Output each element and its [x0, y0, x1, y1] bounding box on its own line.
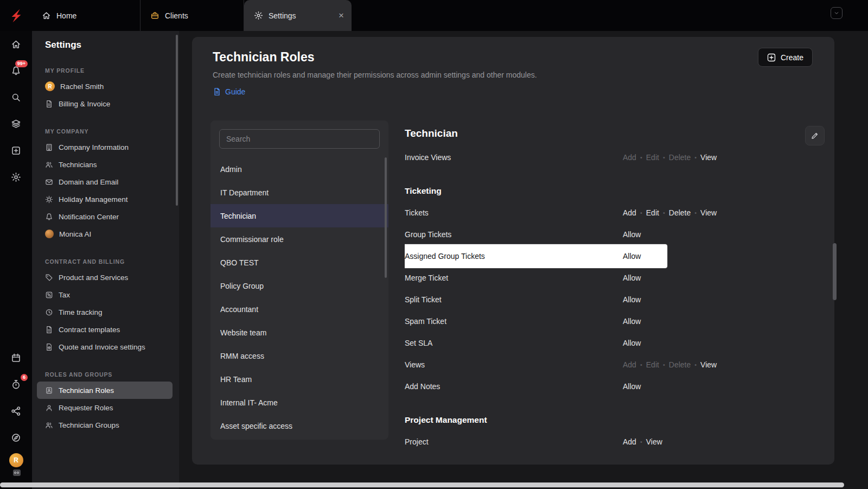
rail-integrations-button[interactable]	[0, 398, 32, 424]
permission-value[interactable]: Allow	[623, 230, 641, 239]
role-details-title: Technician	[405, 120, 828, 139]
tab-home[interactable]: Home	[32, 0, 140, 31]
permission-value[interactable]: Allow	[623, 252, 641, 261]
sidebar-item-technician-roles[interactable]: Technician Roles	[37, 382, 173, 399]
role-list-item[interactable]: Admin	[210, 157, 388, 181]
role-details-panel: Technician Invoice ViewsAdd•Edit•Delete•…	[405, 120, 828, 458]
sidebar-item-product-and-services[interactable]: Product and Services	[32, 269, 179, 286]
permission-label: Tickets	[405, 208, 429, 217]
sidebar-item-holiday-management[interactable]: Holiday Management	[32, 190, 179, 208]
permission-value[interactable]: Allow	[623, 274, 641, 282]
perm-delete[interactable]: Delete	[669, 208, 691, 217]
timer-icon	[11, 379, 21, 390]
permission-row: Add NotesAllow	[405, 376, 828, 397]
sidebar-section-label: CONTRACT AND BILLING	[32, 255, 179, 269]
perm-separator: •	[640, 154, 642, 161]
sidebar-section-label: MY PROFILE	[32, 63, 179, 78]
search-input[interactable]	[219, 129, 380, 149]
permission-value[interactable]: Allow	[623, 382, 641, 391]
perm-view[interactable]: View	[700, 208, 717, 217]
perm-add[interactable]: Add	[623, 437, 636, 446]
role-list-item[interactable]: Commissionar role	[210, 227, 388, 251]
sidebar-item-monica-ai[interactable]: Monica AI	[32, 225, 179, 243]
role-list-item[interactable]: IT Department	[210, 181, 388, 204]
create-button[interactable]: Create	[758, 48, 813, 67]
guide-link[interactable]: Guide	[213, 87, 245, 96]
chevron-down-icon	[833, 10, 840, 16]
sidebar-item-notification-center[interactable]: Notification Center	[32, 208, 179, 225]
sidebar-item-quote-and-invoice-settings[interactable]: Quote and Invoice settings	[32, 338, 179, 355]
sidebar-item-contract-templates[interactable]: Contract templates	[32, 321, 179, 338]
role-list-item[interactable]: Internal IT- Acme	[210, 391, 388, 414]
sidebar-item-requester-roles[interactable]: Requester Roles	[32, 399, 179, 416]
sidebar-item-tax[interactable]: Tax	[32, 286, 179, 303]
sidebar-item-time-tracking[interactable]: Time tracking	[32, 303, 179, 321]
perm-add[interactable]: Add	[623, 208, 636, 217]
sidebar-item-domain-and-email[interactable]: Domain and Email	[32, 173, 179, 190]
user-avatar[interactable]: R	[9, 453, 23, 467]
rail-home-button[interactable]	[0, 31, 32, 58]
role-list-item[interactable]: QBO TEST	[210, 251, 388, 274]
roles-scrollbar-thumb[interactable]	[385, 157, 387, 278]
role-name: Website team	[220, 328, 266, 337]
rail-search-button[interactable]	[0, 84, 32, 111]
perm-view[interactable]: View	[700, 153, 717, 162]
permission-controls: Add•Edit•Delete•View	[623, 360, 717, 369]
role-list-item[interactable]: HR Team	[210, 367, 388, 391]
tax-icon	[45, 291, 53, 299]
perm-view[interactable]: View	[700, 360, 717, 369]
perm-edit[interactable]: Edit	[646, 153, 659, 162]
app-logo[interactable]	[0, 0, 32, 31]
perm-delete[interactable]: Delete	[669, 153, 691, 162]
close-icon[interactable]: ×	[339, 11, 344, 20]
sidebar-item-technicians[interactable]: Technicians	[32, 156, 179, 173]
permission-value[interactable]: Allow	[623, 317, 641, 326]
role-name: Policy Group	[220, 282, 264, 290]
rail-modules-button[interactable]	[0, 111, 32, 137]
permission-value[interactable]: Allow	[623, 295, 641, 304]
window-collapse-button[interactable]	[831, 7, 843, 19]
perm-delete[interactable]: Delete	[669, 360, 691, 369]
perm-view[interactable]: View	[646, 437, 662, 446]
permission-row: TicketsAdd•Edit•Delete•View	[405, 202, 828, 224]
sidebar-item-billing-invoice[interactable]: Billing & Invoice	[32, 95, 179, 112]
notifications-badge: 99+	[15, 60, 28, 67]
rail-notifications-button[interactable]: 99+	[0, 58, 32, 84]
permission-section-title: Ticketing	[405, 180, 828, 202]
sidebar-scrollbar-thumb[interactable]	[176, 35, 178, 206]
rail-explore-button[interactable]	[0, 424, 32, 451]
role-list-item[interactable]: Technician	[210, 204, 388, 227]
role-list-item[interactable]: Asset specific access	[210, 414, 388, 437]
sidebar-item-company-information[interactable]: Company Information	[32, 138, 179, 156]
sidebar-item-rachel-smith[interactable]: RRachel Smith	[32, 78, 179, 95]
role-list-item[interactable]: Policy Group	[210, 274, 388, 297]
perm-separator: •	[640, 209, 642, 216]
rail-settings-button[interactable]	[0, 164, 32, 190]
settings-icon	[11, 172, 21, 182]
permission-controls: Allow	[623, 339, 641, 347]
technician-groups-icon	[45, 421, 53, 429]
permission-controls: Allow	[623, 295, 641, 304]
sidebar-item-technician-groups[interactable]: Technician Groups	[32, 416, 179, 434]
permission-value[interactable]: Allow	[623, 339, 641, 347]
tab-clients[interactable]: Clients	[141, 0, 244, 31]
tab-strip: HomeClientsSettings×	[32, 0, 868, 31]
permission-label: Split Ticket	[405, 295, 442, 304]
role-list-item[interactable]: Website team	[210, 321, 388, 344]
quote-and-invoice-settings-icon	[45, 343, 53, 351]
perm-add[interactable]: Add	[623, 153, 636, 162]
vertical-scrollbar-thumb[interactable]	[833, 243, 837, 300]
permission-label: Group Tickets	[405, 230, 451, 239]
edit-role-button[interactable]	[805, 126, 825, 145]
role-list-item[interactable]: RMM access	[210, 344, 388, 367]
tab-settings[interactable]: Settings×	[244, 0, 352, 31]
rail-calendar-button[interactable]	[0, 345, 32, 371]
perm-edit[interactable]: Edit	[646, 208, 659, 217]
perm-add[interactable]: Add	[623, 360, 636, 369]
permission-label: Add Notes	[405, 382, 440, 391]
horizontal-scrollbar-thumb[interactable]	[0, 482, 844, 487]
role-list-item[interactable]: Accountant	[210, 297, 388, 321]
rail-timer-button[interactable]: 6	[0, 371, 32, 398]
rail-quick-add-button[interactable]	[0, 137, 32, 164]
perm-edit[interactable]: Edit	[646, 360, 659, 369]
